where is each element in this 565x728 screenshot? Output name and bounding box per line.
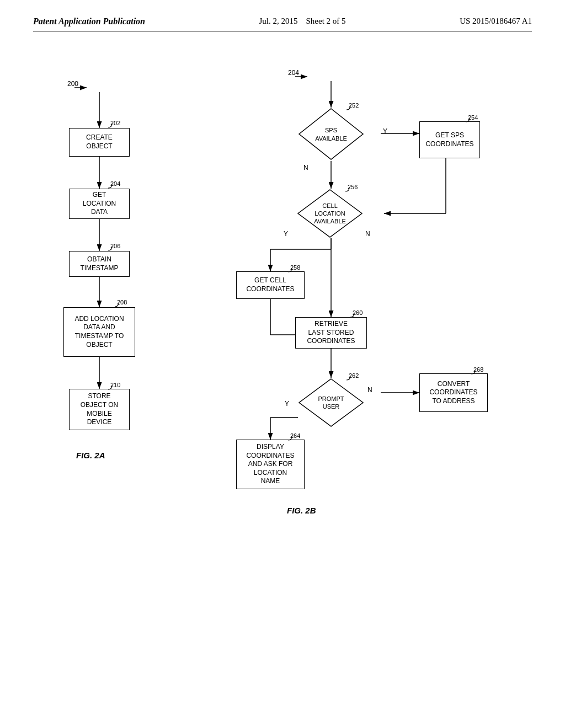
diamond-262: PROMPT USER	[298, 378, 364, 427]
label-y2: Y	[284, 230, 288, 238]
diamond-256: CELL LOCATION AVAILABLE	[297, 189, 363, 238]
box-206: OBTAIN TIMESTAMP	[69, 251, 130, 277]
ref-260-curve	[345, 308, 355, 318]
ref-210-curve	[103, 381, 113, 390]
ref-202-curve	[103, 119, 113, 129]
box-258: GET CELL COORDINATES	[236, 271, 305, 299]
fig-2b-label: FIG. 2B	[287, 506, 316, 515]
ref-256-curve	[340, 183, 350, 192]
ref-204b-arrow	[295, 71, 312, 82]
page: Patent Application Publication Jul. 2, 2…	[0, 0, 565, 728]
ref-258-curve	[283, 263, 293, 273]
ref-208-curve	[110, 298, 120, 308]
ref-264-curve	[283, 431, 293, 441]
label-n3: N	[367, 386, 372, 394]
ref-200-arrow	[74, 82, 91, 93]
label-y1: Y	[383, 127, 387, 135]
box-268: CONVERT COORDINATES TO ADDRESS	[419, 373, 488, 412]
date-sheet: Jul. 2, 2015 Sheet 2 of 5	[259, 17, 346, 26]
label-y3: Y	[285, 400, 289, 408]
ref-204a-curve	[103, 179, 113, 189]
label-n1: N	[303, 164, 308, 172]
ref-268-curve	[466, 365, 476, 375]
diagram-area: 200 CREATE OBJECT 202 GET LOCATION DATA …	[33, 42, 532, 677]
diamond-252: SPS AVAILABLE	[298, 108, 364, 161]
box-208: ADD LOCATION DATA AND TIMESTAMP TO OBJEC…	[63, 307, 135, 357]
box-264: DISPLAY COORDINATES AND ASK FOR LOCATION…	[236, 440, 305, 489]
patent-number: US 2015/0186467 A1	[460, 17, 532, 26]
page-header: Patent Application Publication Jul. 2, 2…	[33, 17, 532, 31]
ref-262-curve	[342, 371, 351, 381]
ref-252-curve	[342, 101, 351, 111]
box-202: CREATE OBJECT	[69, 128, 130, 157]
box-254: GET SPS COORDINATES	[419, 121, 480, 158]
ref-206-curve	[103, 242, 113, 251]
ref-254-curve	[461, 113, 471, 123]
label-n2: N	[365, 230, 370, 238]
fig-2a-label: FIG. 2A	[76, 451, 105, 460]
box-260: RETRIEVE LAST STORED COORDINATES	[295, 317, 367, 349]
box-204: GET LOCATION DATA	[69, 189, 130, 219]
publication-label: Patent Application Publication	[33, 17, 145, 26]
box-210: STORE OBJECT ON MOBILE DEVICE	[69, 389, 130, 430]
